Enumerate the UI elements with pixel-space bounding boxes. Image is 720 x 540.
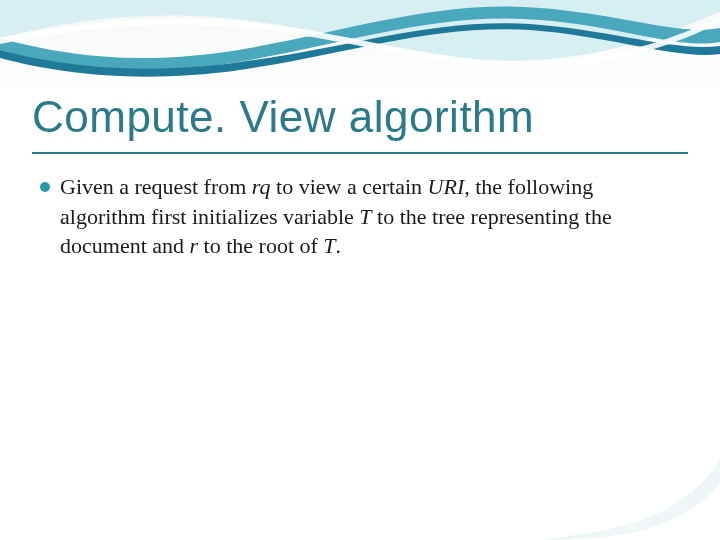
title-underline (32, 152, 688, 154)
bullet-text: Given a request from rq to view a certai… (60, 172, 672, 261)
italic-text: rq (252, 174, 271, 199)
slide-title: Compute. View algorithm (32, 92, 688, 142)
italic-text: r (190, 233, 199, 258)
plain-text: Given a request from (60, 174, 252, 199)
plain-text: to view a certain (271, 174, 428, 199)
plain-text: to the root of (198, 233, 323, 258)
italic-text: T (359, 204, 371, 229)
italic-text: URI (428, 174, 465, 199)
plain-text: . (336, 233, 342, 258)
slide-body: Given a request from rq to view a certai… (40, 172, 672, 261)
bullet-icon (40, 182, 50, 192)
italic-text: T (323, 233, 335, 258)
slide: Compute. View algorithm Given a request … (0, 0, 720, 540)
corner-decoration (540, 420, 720, 540)
wave-decoration (0, 0, 720, 90)
bullet-item: Given a request from rq to view a certai… (40, 172, 672, 261)
